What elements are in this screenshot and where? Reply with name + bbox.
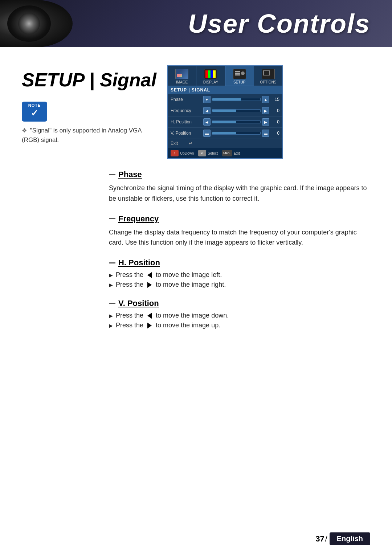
exit-label: Exit [171, 141, 178, 146]
phase-fill [212, 98, 241, 101]
osd-screen: IMAGE DISPLAY SETUP OPTIONS [167, 65, 283, 159]
vpos-down-btn: ▬ [203, 130, 211, 137]
hposition-controls: ◀ ▶ 0 [203, 118, 279, 126]
frequency-label: Frequency [171, 108, 203, 113]
vposition-controls: ▬ ▬ 0 [203, 130, 279, 137]
note-box: ❖ "Signal" is only supported in Analog V… [22, 102, 160, 144]
frequency-controls: ◀ ▶ 0 [203, 107, 279, 114]
section-vposition: V. Position ▶ Press the to move the imag… [22, 299, 370, 329]
osd-container: IMAGE DISPLAY SETUP OPTIONS [167, 65, 370, 159]
page-header: User Controls [0, 0, 392, 47]
select-label: Select [208, 151, 218, 155]
phase-slider [212, 98, 261, 101]
vposition-heading: V. Position [109, 299, 370, 308]
menu-icon: Menu [222, 150, 232, 156]
frequency-body: Change the display data frequency to mat… [109, 227, 370, 248]
vpos-down-text-before: Press the [116, 312, 143, 319]
setup-signal-title: SETUP | Signal [22, 62, 160, 91]
osd-tab-display: DISPLAY [196, 66, 225, 86]
osd-row-vposition: V. Position ▬ ▬ 0 [168, 128, 282, 139]
osd-tabs: IMAGE DISPLAY SETUP OPTIONS [168, 66, 282, 86]
section-phase: Phase Synchronize the signal timing of t… [22, 170, 370, 204]
vpos-up-btn: ▬ [262, 130, 269, 137]
frequency-heading: Frequency [109, 214, 370, 224]
osd-header-bar: SETUP | SIGNAL [168, 86, 282, 94]
image-tab-icon [175, 69, 188, 79]
osd-tab-setup: SETUP [225, 66, 254, 86]
hpos-fill [212, 121, 236, 123]
vpos-fill [212, 132, 236, 134]
top-section: SETUP | Signal ❖ "Signal" is only suppor… [22, 62, 370, 159]
phase-down-btn: ▼ [203, 96, 211, 103]
select-icon: ↵ [198, 150, 206, 156]
page-title: User Controls [188, 9, 370, 38]
display-tab-icon [204, 69, 217, 79]
vposition-bullet-down: ▶ Press the to move the image down. [109, 312, 370, 319]
note-text: ❖ "Signal" is only supported in Analog V… [22, 126, 160, 144]
diamond-bullet-icon: ❖ [22, 127, 27, 134]
options-tab-label: OPTIONS [256, 80, 281, 84]
right-triangle-icon-2 [147, 323, 152, 328]
footer-updown: ↕ UpDown [171, 150, 194, 156]
hposition-heading-text: H. Position [118, 258, 160, 267]
frequency-value: 0 [271, 108, 279, 113]
bullet-arrow-icon-4: ▶ [109, 323, 113, 328]
bullet-arrow-icon: ▶ [109, 272, 113, 278]
vpos-slider [212, 132, 261, 135]
note-icon [22, 102, 47, 122]
vpos-up-text-after: to move the image up. [156, 322, 220, 329]
updown-label: UpDown [180, 151, 194, 155]
vposition-heading-text: V. Position [118, 299, 159, 308]
updown-icon: ↕ [171, 150, 179, 156]
lens-decoration [0, 0, 73, 47]
osd-row-phase: Phase ▼ ▲ 15 [168, 94, 282, 105]
osd-row-hposition: H. Position ◀ ▶ 0 [168, 116, 282, 128]
hposition-bullets: ▶ Press the to move the image left. ▶ Pr… [109, 271, 370, 289]
phase-controls: ▼ ▲ 15 [203, 96, 279, 103]
hpos-up-btn: ▶ [262, 118, 269, 126]
vpos-down-text-after: to move the image down. [156, 312, 229, 319]
footer-menu: Menu Exit [222, 150, 240, 156]
osd-exit-row: Exit ↵ [168, 139, 282, 148]
hpos-down-btn: ◀ [203, 118, 211, 126]
page-slash: / [325, 534, 327, 544]
footer-select: ↵ Select [198, 150, 218, 156]
section-frequency: Frequency Change the display data freque… [22, 214, 370, 248]
freq-up-btn: ▶ [262, 107, 269, 114]
osd-tab-image: IMAGE [168, 66, 196, 86]
phase-value: 15 [271, 97, 279, 102]
osd-row-frequency: Frequency ◀ ▶ 0 [168, 105, 282, 116]
phase-label: Phase [171, 97, 203, 102]
phase-body: Synchronize the signal timing of the dis… [109, 183, 370, 204]
image-tab-label: IMAGE [169, 80, 195, 84]
page-footer: 37 / English [315, 532, 370, 545]
page-content: SETUP | Signal ❖ "Signal" is only suppor… [0, 47, 392, 354]
osd-footer: ↕ UpDown ↵ Select Menu Exit [168, 148, 282, 158]
osd-tab-options: OPTIONS [254, 66, 282, 86]
hposition-bullet-right: ▶ Press the to move the image right. [109, 281, 370, 289]
freq-slider [212, 109, 261, 112]
hposition-bullet-left: ▶ Press the to move the image left. [109, 271, 370, 279]
hposition-heading: H. Position [109, 258, 370, 267]
vposition-bullet-up: ▶ Press the to move the image up. [109, 322, 370, 329]
hposition-label: H. Position [171, 119, 203, 124]
menu-label: Exit [234, 151, 240, 155]
hpos-left-text-after: to move the image left. [156, 271, 222, 279]
phase-heading: Phase [109, 170, 370, 179]
hpos-left-text-before: Press the [116, 271, 143, 279]
bullet-arrow-icon-3: ▶ [109, 313, 113, 319]
left-triangle-icon-2 [147, 313, 152, 319]
page-number: 37 [315, 534, 324, 544]
phase-up-btn: ▲ [262, 96, 269, 103]
vposition-label: V. Position [171, 131, 203, 136]
vposition-bullets: ▶ Press the to move the image down. ▶ Pr… [109, 312, 370, 329]
page-language: English [330, 532, 370, 545]
hpos-right-text-after: to move the image right. [156, 281, 226, 289]
display-tab-label: DISPLAY [198, 80, 223, 84]
right-triangle-icon [147, 282, 152, 288]
bullet-arrow-icon-2: ▶ [109, 282, 113, 288]
options-tab-icon [262, 69, 275, 79]
left-column: SETUP | Signal ❖ "Signal" is only suppor… [22, 62, 160, 144]
freq-fill [212, 110, 236, 112]
hpos-slider [212, 120, 261, 123]
